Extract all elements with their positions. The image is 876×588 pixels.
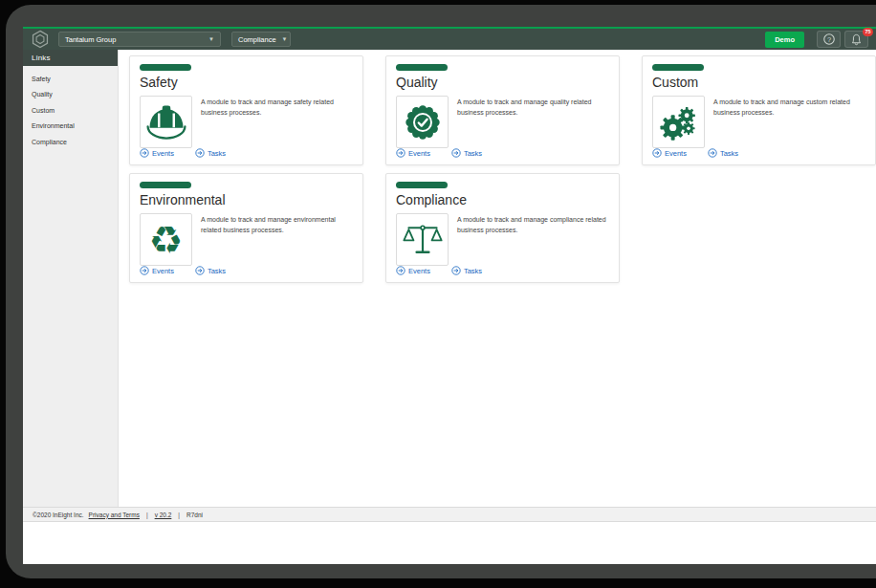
gears-icon [652,96,705,148]
sidebar-header: Links [23,50,118,66]
events-link[interactable]: Events [652,148,687,158]
circle-arrow-icon [195,266,205,275]
recycle-icon: ♻ [140,213,192,266]
footer: ©2020 InEight Inc. Privacy and Terms | v… [23,507,876,522]
notifications-button[interactable]: 75 [844,31,868,48]
footer-separator: | [178,512,180,518]
demo-button[interactable]: Demo [765,32,804,48]
events-link[interactable]: Events [396,148,430,158]
card-description: A module to track and manage custom rela… [713,98,865,148]
card-title: Environmental [140,192,353,207]
module-card-safety: Safety A modul [129,55,363,165]
module-card-grid: Safety A modul [129,55,876,283]
tasks-link[interactable]: Tasks [451,148,482,158]
card-accent-bar [140,182,191,188]
help-icon: ? [822,33,836,46]
circle-arrow-icon [396,266,405,275]
chevron-down-icon: ▼ [208,36,214,42]
build-id: R7dni [186,512,203,518]
main-content: Safety A modul [119,50,876,507]
circle-arrow-icon [195,148,205,158]
module-card-environmental: Environmental ♻ A module to track and ma… [129,173,363,283]
card-accent-bar [396,64,448,71]
circle-arrow-icon [708,148,717,158]
events-link[interactable]: Events [140,266,174,275]
scales-icon [396,213,449,266]
card-title: Quality [396,75,609,90]
hard-hat-icon [140,96,192,148]
content-row: Links Safety Quality Custom Environmenta… [23,50,876,507]
circle-arrow-icon [396,148,405,158]
sidebar: Links Safety Quality Custom Environmenta… [23,50,119,507]
notification-badge: 75 [863,28,873,36]
footer-separator: | [146,512,148,518]
copyright-text: ©2020 InEight Inc. [33,512,84,518]
device-frame: Tantalum Group ▼ Compliance ▼ Demo ? [0,0,876,588]
card-description: A module to track and manage quality rel… [457,98,608,148]
card-description: A module to track and manage environment… [201,215,352,266]
help-button[interactable]: ? [817,31,841,48]
org-dropdown[interactable]: Tantalum Group ▼ [58,32,221,47]
card-description: A module to track and manage safety rela… [201,98,352,148]
app-window: Tantalum Group ▼ Compliance ▼ Demo ? [23,27,876,564]
sidebar-item-custom[interactable]: Custom [23,102,118,119]
card-description: A module to track and manage compliance … [457,215,608,266]
ineight-logo-icon [31,30,50,49]
card-accent-bar [652,64,704,71]
quality-seal-icon [396,96,449,148]
sidebar-item-environmental[interactable]: Environmental [23,119,118,135]
sidebar-item-compliance[interactable]: Compliance [23,134,118,150]
module-dropdown-label: Compliance [238,35,276,44]
card-title: Compliance [396,192,609,207]
chevron-down-icon: ▼ [282,36,288,42]
privacy-terms-link[interactable]: Privacy and Terms [89,512,140,518]
module-card-compliance: Compliance [385,173,620,283]
bell-icon [850,33,863,46]
card-title: Safety [140,75,353,90]
tasks-link[interactable]: Tasks [451,266,482,275]
version-link[interactable]: v 20.2 [155,512,172,518]
card-accent-bar [396,182,448,188]
events-link[interactable]: Events [140,148,174,158]
module-card-custom: Custom [642,55,876,165]
circle-arrow-icon [451,148,461,158]
tasks-link[interactable]: Tasks [195,148,226,158]
card-title: Custom [652,75,865,90]
sidebar-list: Safety Quality Custom Environmental Comp… [23,71,118,150]
circle-arrow-icon [451,266,461,275]
org-dropdown-label: Tantalum Group [65,35,116,44]
circle-arrow-icon [652,148,662,158]
module-dropdown[interactable]: Compliance ▼ [231,32,291,47]
sidebar-item-quality[interactable]: Quality [23,87,118,103]
top-nav: Tantalum Group ▼ Compliance ▼ Demo ? [23,29,876,50]
circle-arrow-icon [140,148,149,158]
tasks-link[interactable]: Tasks [195,266,226,275]
module-card-quality: Quality [385,55,620,165]
tasks-link[interactable]: Tasks [708,148,738,158]
events-link[interactable]: Events [396,266,430,275]
svg-text:?: ? [826,35,830,44]
sidebar-item-safety[interactable]: Safety [23,71,118,87]
card-accent-bar [140,64,191,71]
circle-arrow-icon [140,266,149,275]
